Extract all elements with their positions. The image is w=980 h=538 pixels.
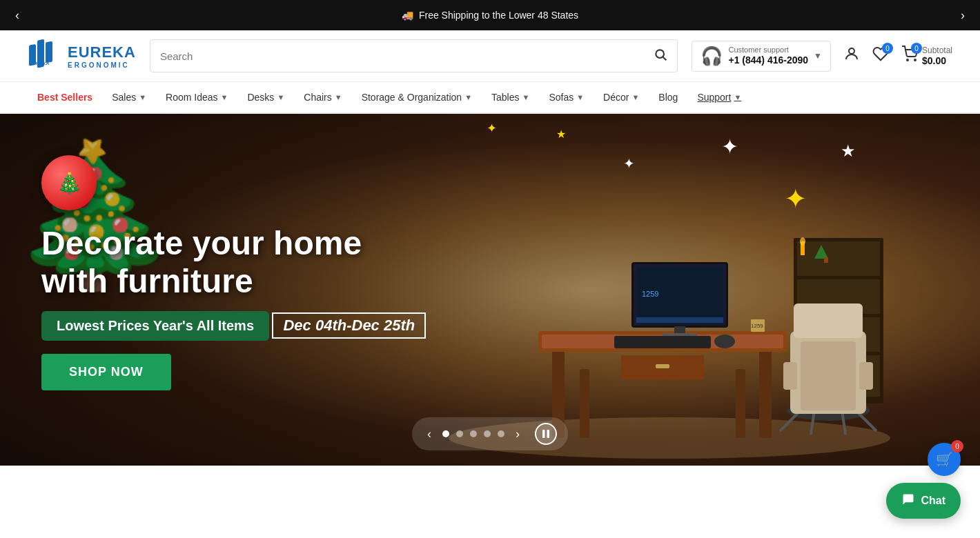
svg-text:1259: 1259 <box>751 323 763 329</box>
search-bar <box>150 39 678 72</box>
svg-rect-49 <box>547 430 550 438</box>
support-chevron-icon: ▼ <box>814 51 822 61</box>
svg-rect-39 <box>801 341 856 410</box>
carousel-dot-1[interactable] <box>442 430 449 437</box>
navigation: Best Sellers Sales ▼ Room Ideas ▼ Desks … <box>0 82 980 114</box>
hero-date: Dec 04th-Dec 25th <box>272 312 426 339</box>
sales-chevron-icon: ▼ <box>139 93 146 101</box>
carousel-dot-3[interactable] <box>470 430 477 437</box>
star-decoration-2: ✦ <box>623 155 635 172</box>
svg-rect-11 <box>759 348 772 438</box>
svg-rect-28 <box>797 241 880 276</box>
hero-furniture-scene: 1259 <box>428 134 911 466</box>
header: EUREKA EUREKA ERGONOMIC 🎧 Customer suppo… <box>0 30 980 82</box>
logo[interactable]: EUREKA EUREKA ERGONOMIC <box>28 39 136 73</box>
svg-point-4 <box>656 50 665 58</box>
star-decoration-3: ★ <box>556 128 566 141</box>
carousel-dot-4[interactable] <box>484 430 491 437</box>
hero-banner: ✦ ✦ ★ ✦ ★ ✦ <box>0 114 980 466</box>
svg-rect-2 <box>46 41 52 63</box>
cart-badge: 0 <box>911 43 922 54</box>
nav-item-desks[interactable]: Desks ▼ <box>237 82 294 112</box>
wishlist-badge: 0 <box>882 43 893 54</box>
svg-rect-25 <box>614 336 711 348</box>
nav-item-blog[interactable]: Blog <box>649 82 687 112</box>
headphone-icon: 🎧 <box>700 46 723 67</box>
svg-text:1259: 1259 <box>642 290 658 298</box>
banner-prev-button[interactable]: ‹ <box>7 8 28 23</box>
nav-item-support[interactable]: Support ▼ <box>687 82 751 112</box>
svg-rect-17 <box>656 364 669 368</box>
wishlist-button[interactable]: 0 <box>872 46 889 66</box>
banner-message: Free Shipping to the Lower 48 States <box>419 10 578 21</box>
support-label: Customer support <box>728 46 808 54</box>
support-phone: +1 (844) 416-2090 <box>728 54 808 66</box>
svg-point-7 <box>907 59 908 61</box>
banner-next-button[interactable]: › <box>952 8 973 23</box>
account-button[interactable] <box>843 46 860 66</box>
floating-cart-icon: 🛒 <box>936 451 953 466</box>
nav-item-decor[interactable]: Décor ▼ <box>594 82 649 112</box>
carousel-pause-button[interactable] <box>535 423 557 445</box>
cart-button[interactable]: 0 <box>901 46 918 66</box>
svg-point-47 <box>800 237 805 246</box>
nav-item-sofas[interactable]: Sofas ▼ <box>539 82 594 112</box>
svg-point-8 <box>914 59 916 61</box>
carousel-dot-5[interactable] <box>498 430 504 437</box>
svg-point-6 <box>849 48 854 54</box>
star-decoration-5: ★ <box>841 141 856 161</box>
nav-item-chairs[interactable]: Chairs ▼ <box>294 82 351 112</box>
search-input[interactable] <box>160 50 654 62</box>
svg-rect-38 <box>794 303 863 338</box>
chairs-chevron-icon: ▼ <box>335 93 342 101</box>
svg-rect-45 <box>824 257 828 263</box>
cart-subtotal-label: Subtotal <box>922 46 952 55</box>
carousel-prev-button[interactable]: ‹ <box>423 426 435 443</box>
svg-rect-41 <box>859 362 873 390</box>
nav-item-storage[interactable]: Storage & Organization ▼ <box>352 82 482 112</box>
star-decoration-1: ✦ <box>721 134 738 159</box>
cart-area[interactable]: 0 Subtotal $0.00 <box>901 46 952 66</box>
room-ideas-chevron-icon: ▼ <box>221 93 228 101</box>
hero-badge: Lowest Prices Year's All Items <box>41 311 269 341</box>
decor-chevron-icon: ▼ <box>631 93 639 101</box>
tables-chevron-icon: ▼ <box>522 93 530 101</box>
svg-rect-13 <box>736 369 745 438</box>
svg-line-5 <box>663 57 667 60</box>
truck-icon: 🚚 <box>402 10 413 21</box>
support-area[interactable]: 🎧 Customer support +1 (844) 416-2090 ▼ <box>692 41 830 72</box>
nav-item-sales[interactable]: Sales ▼ <box>102 82 156 112</box>
floating-cart-badge: 0 <box>951 440 963 452</box>
sofas-chevron-icon: ▼ <box>576 93 584 101</box>
header-right: 🎧 Customer support +1 (844) 416-2090 ▼ 0 <box>692 41 952 72</box>
shop-now-button[interactable]: SHOP NOW <box>41 354 171 390</box>
svg-rect-12 <box>580 369 589 438</box>
support-chevron-icon: ▼ <box>734 93 741 101</box>
hero-content: 🎄 Decorate your homewith furniture Lowes… <box>41 155 426 390</box>
carousel-controls: ‹ › <box>412 417 568 450</box>
nav-item-tables[interactable]: Tables ▼ <box>482 82 539 112</box>
carousel-dot-2[interactable] <box>456 430 463 437</box>
svg-rect-24 <box>636 317 723 323</box>
cart-price: $0.00 <box>922 55 952 66</box>
hero-title: Decorate your homewith furniture <box>41 224 426 300</box>
christmas-ornament: 🎄 <box>41 155 97 210</box>
carousel-next-button[interactable]: › <box>511 426 524 443</box>
svg-point-26 <box>714 335 735 348</box>
nav-item-best-sellers[interactable]: Best Sellers <box>28 82 102 112</box>
svg-rect-48 <box>542 430 545 438</box>
svg-rect-40 <box>783 362 797 390</box>
desks-chevron-icon: ▼ <box>277 93 284 101</box>
storage-chevron-icon: ▼ <box>464 93 472 101</box>
star-decoration-6: ✦ <box>487 121 497 136</box>
svg-text:EUREKA: EUREKA <box>29 62 50 66</box>
nav-item-room-ideas[interactable]: Room Ideas ▼ <box>156 82 237 112</box>
star-decoration-4: ✦ <box>784 183 807 215</box>
search-button[interactable] <box>654 48 667 65</box>
top-banner: ‹ 🚚 Free Shipping to the Lower 48 States… <box>0 0 980 30</box>
